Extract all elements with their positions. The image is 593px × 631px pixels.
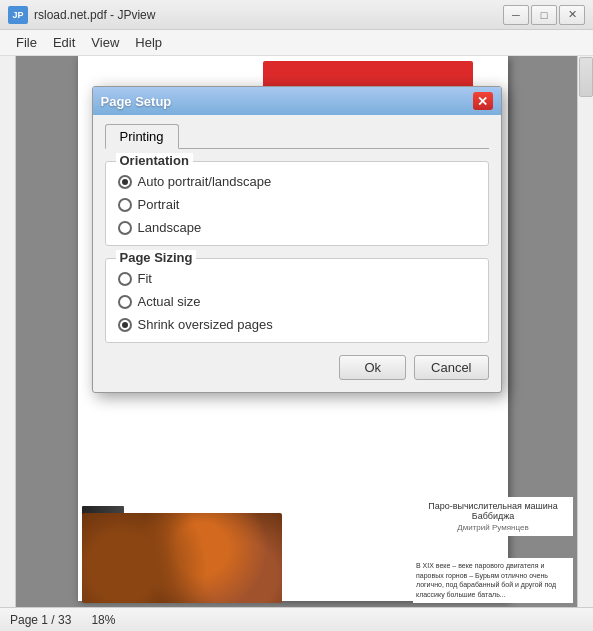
sizing-fit-label: Fit: [138, 271, 152, 286]
dialog-body: Printing Orientation Auto portrait/lands…: [93, 115, 501, 392]
page-sizing-section: Page Sizing Fit Actual size Shrink: [105, 258, 489, 343]
ok-button[interactable]: Ok: [339, 355, 406, 380]
sizing-shrink-option[interactable]: Shrink oversized pages: [118, 317, 476, 332]
window-close-button[interactable]: ✕: [559, 5, 585, 25]
menu-bar: File Edit View Help: [0, 30, 593, 56]
sizing-shrink-radio[interactable]: [118, 318, 132, 332]
sizing-fit-option[interactable]: Fit: [118, 271, 476, 286]
title-bar-controls: ─ □ ✕: [503, 5, 585, 25]
title-bar: JP rsload.net.pdf - JPview ─ □ ✕: [0, 0, 593, 30]
orientation-landscape-radio[interactable]: [118, 221, 132, 235]
orientation-landscape-label: Landscape: [138, 220, 202, 235]
dialog-buttons: Ok Cancel: [105, 355, 489, 380]
orientation-portrait-radio[interactable]: [118, 198, 132, 212]
sizing-actual-radio[interactable]: [118, 295, 132, 309]
tab-bar: Printing: [105, 123, 489, 149]
orientation-radio-group: Auto portrait/landscape Portrait Landsca…: [118, 174, 476, 235]
orientation-portrait-label: Portrait: [138, 197, 180, 212]
page-sizing-radio-group: Fit Actual size Shrink oversized pages: [118, 271, 476, 332]
tab-printing[interactable]: Printing: [105, 124, 179, 149]
dialog-overlay: Page Setup ✕ Printing Orientation: [0, 56, 593, 631]
cancel-button[interactable]: Cancel: [414, 355, 488, 380]
orientation-auto-label: Auto portrait/landscape: [138, 174, 272, 189]
dialog-title: Page Setup: [101, 94, 172, 109]
orientation-section: Orientation Auto portrait/landscape Port…: [105, 161, 489, 246]
page-sizing-label: Page Sizing: [116, 250, 197, 265]
orientation-label: Orientation: [116, 153, 193, 168]
status-bar: Page 1 / 33 18%: [0, 607, 593, 631]
menu-view[interactable]: View: [83, 33, 127, 52]
orientation-auto-radio[interactable]: [118, 175, 132, 189]
dialog-close-button[interactable]: ✕: [473, 92, 493, 110]
minimize-button[interactable]: ─: [503, 5, 529, 25]
sizing-fit-radio[interactable]: [118, 272, 132, 286]
title-bar-left: JP rsload.net.pdf - JPview: [8, 6, 155, 24]
orientation-portrait-option[interactable]: Portrait: [118, 197, 476, 212]
dialog-title-bar: Page Setup ✕: [93, 87, 501, 115]
menu-edit[interactable]: Edit: [45, 33, 83, 52]
app-logo: JP: [8, 6, 28, 24]
main-content-area: UPGrADE RSS (009) 2014 Еженедельный комп…: [0, 56, 593, 631]
sizing-actual-option[interactable]: Actual size: [118, 294, 476, 309]
sizing-shrink-label: Shrink oversized pages: [138, 317, 273, 332]
menu-file[interactable]: File: [8, 33, 45, 52]
page-setup-dialog: Page Setup ✕ Printing Orientation: [92, 86, 502, 393]
menu-help[interactable]: Help: [127, 33, 170, 52]
orientation-auto-option[interactable]: Auto portrait/landscape: [118, 174, 476, 189]
maximize-button[interactable]: □: [531, 5, 557, 25]
orientation-landscape-option[interactable]: Landscape: [118, 220, 476, 235]
window-title: rsload.net.pdf - JPview: [34, 8, 155, 22]
page-indicator: Page 1 / 33: [10, 613, 71, 627]
zoom-indicator: 18%: [91, 613, 115, 627]
sizing-actual-label: Actual size: [138, 294, 201, 309]
